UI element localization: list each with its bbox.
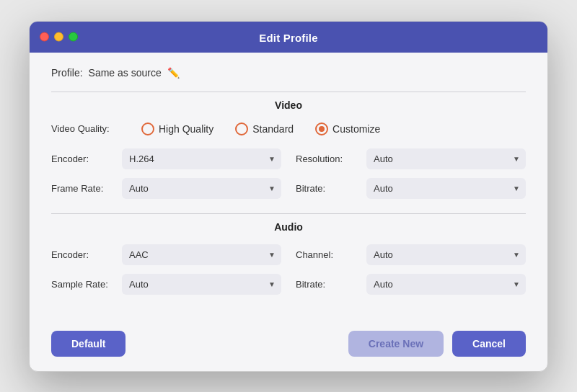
video-bitrate-label: Bitrate:: [296, 183, 361, 194]
video-bitrate-row: Bitrate: Auto 1000k 2000k 4000k 8000k ▼: [296, 178, 526, 199]
audio-channel-label: Channel:: [296, 249, 361, 260]
quality-standard-option[interactable]: Standard: [235, 122, 294, 135]
audio-fields-grid: Encoder: AAC MP3 AC3 ▼ Channel: Auto Ste…: [51, 244, 526, 295]
audio-channel-select[interactable]: Auto Stereo Mono: [366, 244, 526, 265]
profile-row: Profile: Same as source ✏️: [51, 67, 526, 79]
video-quality-label: Video Quality:: [51, 123, 120, 134]
edit-profile-window: Edit Profile Profile: Same as source ✏️ …: [29, 21, 548, 372]
quality-standard-label: Standard: [252, 123, 294, 135]
audio-encoder-label: Encoder:: [51, 249, 116, 260]
cancel-button[interactable]: Cancel: [452, 331, 526, 357]
video-framerate-label: Frame Rate:: [51, 183, 116, 194]
video-section-title: Video: [51, 99, 526, 111]
audio-channel-row: Channel: Auto Stereo Mono ▼: [296, 244, 526, 265]
video-resolution-wrapper: Auto 1080p 720p 480p ▼: [366, 148, 526, 169]
quality-high-radio[interactable]: [141, 122, 154, 135]
audio-bitrate-wrapper: Auto 128k 192k 256k 320k ▼: [366, 274, 526, 295]
profile-label: Profile:: [51, 67, 83, 79]
quality-customize-label: Customize: [332, 123, 380, 135]
audio-samplerate-label: Sample Rate:: [51, 279, 116, 290]
footer-right-buttons: Create New Cancel: [348, 331, 526, 357]
quality-customize-radio[interactable]: [315, 122, 328, 135]
video-framerate-select[interactable]: Auto 23.97 24 25 29.97 30 60: [122, 178, 281, 199]
quality-standard-radio[interactable]: [235, 122, 248, 135]
close-button[interactable]: [40, 32, 49, 42]
video-resolution-label: Resolution:: [296, 153, 361, 164]
quality-customize-option[interactable]: Customize: [315, 122, 380, 135]
audio-bitrate-select[interactable]: Auto 128k 192k 256k 320k: [366, 274, 526, 295]
audio-bitrate-label: Bitrate:: [296, 279, 361, 290]
video-encoder-wrapper: H.264 H.265 MPEG-4 ▼: [122, 148, 281, 169]
content-area: Profile: Same as source ✏️ Video Video Q…: [30, 53, 547, 319]
default-button[interactable]: Default: [51, 331, 125, 357]
quality-high-label: High Quality: [159, 123, 213, 135]
audio-bitrate-row: Bitrate: Auto 128k 192k 256k 320k ▼: [296, 274, 526, 295]
audio-samplerate-wrapper: Auto 44100 48000 ▼: [122, 274, 281, 295]
video-encoder-row: Encoder: H.264 H.265 MPEG-4 ▼: [51, 148, 281, 169]
video-fields-grid: Encoder: H.264 H.265 MPEG-4 ▼ Resolution…: [51, 148, 526, 199]
audio-encoder-select[interactable]: AAC MP3 AC3: [122, 244, 281, 265]
maximize-button[interactable]: [69, 32, 78, 42]
video-resolution-select[interactable]: Auto 1080p 720p 480p: [366, 148, 526, 169]
minimize-button[interactable]: [54, 32, 63, 42]
video-encoder-select[interactable]: H.264 H.265 MPEG-4: [122, 148, 281, 169]
traffic-lights: [40, 32, 78, 42]
video-framerate-row: Frame Rate: Auto 23.97 24 25 29.97 30 60…: [51, 178, 281, 199]
audio-divider: [51, 213, 526, 214]
edit-profile-icon[interactable]: ✏️: [167, 67, 180, 79]
audio-samplerate-row: Sample Rate: Auto 44100 48000 ▼: [51, 274, 281, 295]
footer: Default Create New Cancel: [30, 319, 547, 371]
video-framerate-wrapper: Auto 23.97 24 25 29.97 30 60 ▼: [122, 178, 281, 199]
create-new-button[interactable]: Create New: [348, 331, 444, 357]
quality-high-option[interactable]: High Quality: [141, 122, 213, 135]
audio-channel-wrapper: Auto Stereo Mono ▼: [366, 244, 526, 265]
video-bitrate-wrapper: Auto 1000k 2000k 4000k 8000k ▼: [366, 178, 526, 199]
audio-samplerate-select[interactable]: Auto 44100 48000: [122, 274, 281, 295]
video-divider: [51, 92, 526, 92]
video-resolution-row: Resolution: Auto 1080p 720p 480p ▼: [296, 148, 526, 169]
video-bitrate-select[interactable]: Auto 1000k 2000k 4000k 8000k: [366, 178, 526, 199]
audio-encoder-row: Encoder: AAC MP3 AC3 ▼: [51, 244, 281, 265]
video-quality-row: Video Quality: High Quality Standard Cus…: [51, 122, 526, 135]
audio-section-title: Audio: [51, 221, 526, 233]
audio-encoder-wrapper: AAC MP3 AC3 ▼: [122, 244, 281, 265]
window-title: Edit Profile: [259, 32, 318, 44]
profile-value: Same as source: [89, 67, 162, 79]
titlebar: Edit Profile: [30, 22, 547, 53]
video-encoder-label: Encoder:: [51, 153, 116, 164]
